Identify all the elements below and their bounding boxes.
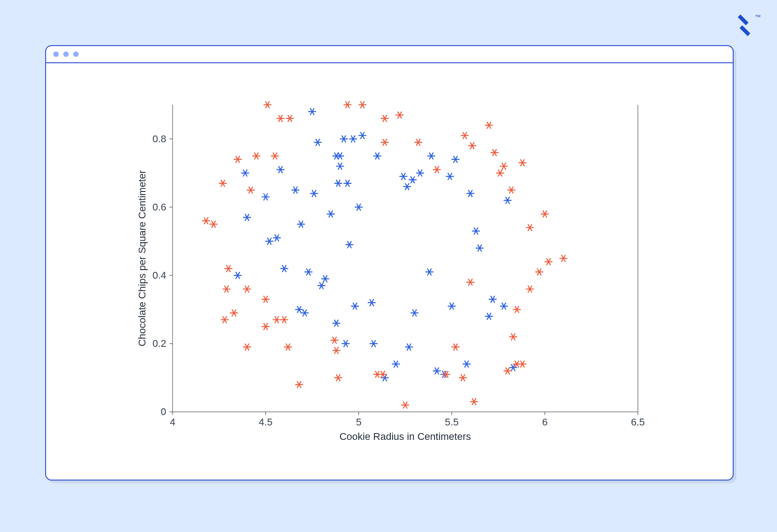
svg-text:0.8: 0.8 [152, 133, 166, 145]
data-point [526, 224, 534, 231]
svg-marker-0 [738, 14, 749, 25]
data-point [370, 341, 377, 347]
data-point [417, 170, 424, 176]
data-point [392, 361, 399, 367]
data-point [351, 303, 359, 309]
svg-text:0.2: 0.2 [152, 338, 166, 349]
data-point [402, 402, 409, 408]
data-point [318, 283, 325, 289]
data-point [519, 160, 526, 166]
svg-text:4.5: 4.5 [259, 416, 273, 428]
data-point [500, 163, 507, 169]
data-point [337, 163, 344, 169]
data-point [541, 211, 548, 217]
data-point [355, 204, 362, 210]
data-point [381, 139, 388, 145]
data-point [314, 139, 321, 145]
data-point [273, 317, 281, 323]
data-point [426, 269, 433, 275]
svg-text:6.5: 6.5 [631, 416, 645, 428]
data-point [510, 334, 517, 340]
data-point [433, 167, 440, 173]
data-point [452, 344, 459, 350]
data-point [281, 317, 288, 323]
data-point [243, 214, 251, 220]
data-point [411, 310, 418, 316]
data-point [301, 310, 309, 316]
data-point [374, 153, 381, 159]
window-dot [53, 51, 59, 57]
data-point [409, 177, 416, 183]
data-point [468, 143, 476, 149]
brand-logo: ™ [735, 14, 761, 36]
data-point [448, 303, 455, 309]
data-point [223, 286, 230, 292]
svg-marker-1 [740, 25, 750, 36]
window-dot [73, 51, 79, 57]
data-point [202, 218, 210, 224]
data-point [485, 122, 492, 128]
data-point [284, 344, 291, 350]
data-point [470, 398, 477, 405]
y-axis-label: Chocolate Chips per Square Centimeter [136, 170, 148, 346]
data-point [295, 306, 303, 313]
data-point [342, 341, 349, 347]
data-point [230, 310, 238, 316]
window-titlebar [46, 46, 733, 63]
data-point [452, 156, 459, 163]
data-point [459, 375, 467, 381]
data-point [467, 279, 474, 285]
data-point [333, 347, 340, 354]
data-point [359, 102, 366, 108]
data-point [243, 286, 251, 292]
data-point [277, 167, 284, 173]
data-point [403, 183, 411, 190]
data-point [219, 180, 226, 187]
data-point [221, 317, 228, 323]
svg-text:0.4: 0.4 [152, 270, 166, 281]
data-point [310, 191, 318, 197]
data-point [536, 269, 543, 275]
data-point [262, 296, 269, 303]
data-point [467, 191, 474, 197]
data-point [428, 153, 435, 159]
data-point [253, 153, 260, 159]
data-point [508, 187, 515, 193]
data-point [415, 139, 422, 145]
data-point [225, 266, 232, 272]
data-point [461, 132, 468, 139]
data-point [335, 375, 342, 381]
svg-text:0.6: 0.6 [152, 201, 166, 213]
data-point [273, 235, 281, 241]
svg-text:4: 4 [170, 416, 175, 428]
data-point [560, 255, 567, 261]
data-point [262, 194, 269, 200]
window-dot [63, 51, 69, 57]
data-point [333, 320, 340, 327]
data-point [264, 102, 271, 108]
svg-text:5: 5 [356, 416, 361, 428]
data-point [396, 112, 403, 118]
scatter-chart: 44.555.566.500.20.40.60.8Cookie Radius i… [136, 87, 656, 448]
data-point [327, 211, 334, 217]
data-point [309, 108, 316, 115]
data-point [519, 361, 526, 367]
data-point [247, 187, 254, 193]
data-point [443, 371, 450, 378]
data-point [359, 132, 366, 139]
data-point [400, 173, 407, 180]
svg-text:0: 0 [161, 406, 166, 417]
svg-text:6: 6 [542, 416, 548, 428]
data-point [473, 228, 480, 234]
data-point [496, 170, 504, 176]
data-point [485, 313, 492, 320]
data-point [405, 344, 412, 350]
data-point [331, 337, 338, 343]
data-point [234, 272, 241, 279]
data-point [335, 180, 342, 187]
data-point [433, 368, 440, 374]
data-point [210, 221, 217, 228]
data-point [526, 286, 534, 292]
logo-icon [735, 14, 753, 36]
data-point [262, 323, 269, 330]
